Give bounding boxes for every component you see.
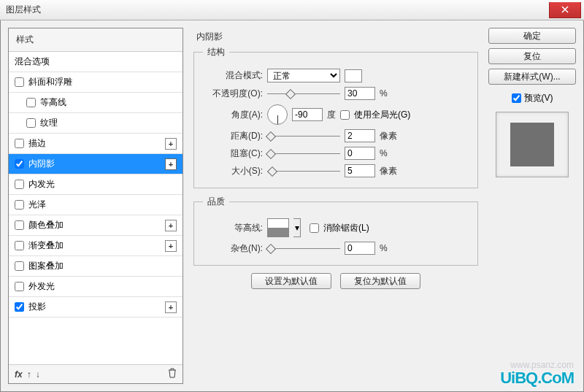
preview-swatch — [510, 123, 554, 166]
choke-slider[interactable] — [267, 148, 340, 158]
label: 渐变叠加 — [28, 239, 64, 252]
distance-input[interactable] — [345, 129, 375, 142]
unit-percent3: % — [380, 243, 388, 253]
style-outer-glow[interactable]: 外发光 — [9, 277, 182, 297]
distance-slider[interactable] — [267, 131, 340, 141]
label: 内阴影 — [28, 158, 55, 170]
window-title: 图层样式 — [6, 4, 41, 16]
styles-header[interactable]: 样式 — [9, 28, 182, 52]
preview-checkbox[interactable] — [512, 93, 521, 103]
style-inner-shadow[interactable]: 内阴影+ — [9, 154, 182, 174]
noise-slider[interactable] — [267, 243, 340, 253]
checkbox-texture[interactable] — [26, 118, 36, 128]
dialog-body: 样式 混合选项 斜面和浮雕 等高线 纹理 描边+ 内阴影+ 内发光 光泽 颜色叠… — [0, 20, 584, 392]
label: 颜色叠加 — [28, 219, 64, 231]
close-icon — [561, 6, 569, 13]
label: 投影 — [28, 301, 46, 313]
angle-dial[interactable] — [267, 104, 288, 125]
size-input[interactable] — [345, 164, 375, 177]
trash-icon[interactable] — [168, 368, 177, 380]
structure-legend: 结构 — [203, 46, 229, 58]
unit-px2: 像素 — [380, 165, 397, 177]
add-gradient-overlay-icon[interactable]: + — [165, 240, 177, 252]
label: 混合选项 — [15, 55, 50, 68]
choke-input[interactable] — [345, 147, 375, 160]
checkbox-drop-shadow[interactable] — [15, 302, 24, 312]
set-default-button[interactable]: 设置为默认值 — [251, 273, 331, 289]
style-blending-options[interactable]: 混合选项 — [9, 52, 182, 72]
add-drop-shadow-icon[interactable]: + — [165, 301, 177, 313]
checkbox-contour[interactable] — [26, 98, 36, 107]
right-panel: 确定 复位 新建样式(W)... 预览(V) — [488, 28, 576, 384]
noise-input[interactable] — [345, 242, 375, 255]
label: 内发光 — [28, 178, 55, 191]
style-bevel[interactable]: 斜面和浮雕 — [9, 72, 182, 93]
preview-label: 预览(V) — [524, 92, 553, 104]
antialias-checkbox[interactable] — [310, 223, 319, 233]
style-gradient-overlay[interactable]: 渐变叠加+ — [9, 236, 182, 256]
checkbox-pattern-overlay[interactable] — [15, 261, 24, 271]
opacity-label: 不透明度(O): — [203, 88, 263, 100]
row-noise: 杂色(N): % — [203, 242, 469, 255]
styles-panel: 样式 混合选项 斜面和浮雕 等高线 纹理 描边+ 内阴影+ 内发光 光泽 颜色叠… — [8, 28, 183, 384]
checkbox-inner-glow[interactable] — [15, 180, 24, 189]
new-style-button[interactable]: 新建样式(W)... — [488, 69, 576, 85]
styles-footer: fx ↑ ↓ — [9, 364, 182, 383]
angle-label: 角度(A): — [203, 109, 263, 121]
add-inner-shadow-icon[interactable]: + — [165, 158, 177, 170]
label: 描边 — [28, 137, 46, 150]
preview-toggle[interactable]: 预览(V) — [488, 92, 576, 104]
opacity-slider[interactable] — [267, 88, 340, 99]
global-light-checkbox[interactable] — [340, 110, 350, 120]
size-slider[interactable] — [267, 166, 340, 176]
watermark-large: UiBQ.CoM — [500, 369, 574, 388]
row-size: 大小(S): 像素 — [203, 164, 469, 177]
preview-box — [496, 112, 569, 177]
contour-picker[interactable] — [267, 218, 289, 237]
fx-icon[interactable]: fx — [15, 369, 23, 380]
distance-label: 距离(D): — [203, 130, 263, 142]
choke-label: 阻塞(C): — [203, 147, 263, 160]
angle-input[interactable] — [292, 108, 323, 121]
opacity-input[interactable] — [345, 87, 375, 100]
checkbox-satin[interactable] — [15, 200, 24, 210]
arrow-down-icon[interactable]: ↓ — [36, 369, 40, 380]
style-contour[interactable]: 等高线 — [9, 93, 182, 113]
label: 外发光 — [28, 280, 55, 293]
checkbox-stroke[interactable] — [15, 139, 24, 148]
close-button[interactable] — [549, 2, 581, 18]
contour-dropdown-icon[interactable]: ▾ — [293, 218, 301, 237]
label: 图案叠加 — [28, 260, 64, 272]
label: 光泽 — [28, 199, 46, 211]
blend-mode-select[interactable]: 正常 — [267, 69, 340, 82]
checkbox-bevel[interactable] — [15, 77, 24, 87]
size-label: 大小(S): — [203, 165, 263, 177]
panel-title: 内阴影 — [196, 31, 478, 43]
checkbox-outer-glow[interactable] — [15, 282, 24, 291]
style-pattern-overlay[interactable]: 图案叠加 — [9, 256, 182, 277]
ok-button[interactable]: 确定 — [488, 28, 576, 44]
color-swatch[interactable] — [345, 69, 362, 82]
style-stroke[interactable]: 描边+ — [9, 134, 182, 154]
reset-default-button[interactable]: 复位为默认值 — [340, 273, 420, 289]
checkbox-gradient-overlay[interactable] — [15, 241, 24, 250]
style-texture[interactable]: 纹理 — [9, 113, 182, 134]
unit-percent: % — [380, 88, 388, 99]
checkbox-inner-shadow[interactable] — [15, 159, 24, 169]
unit-percent2: % — [380, 148, 388, 158]
global-light-label: 使用全局光(G) — [354, 109, 410, 121]
cancel-button[interactable]: 复位 — [488, 48, 576, 64]
antialias-label: 消除锯齿(L) — [323, 222, 369, 234]
style-drop-shadow[interactable]: 投影+ — [9, 297, 182, 318]
add-stroke-icon[interactable]: + — [165, 138, 177, 150]
checkbox-color-overlay[interactable] — [15, 220, 24, 230]
row-angle: 角度(A): 度 使用全局光(G) — [203, 104, 469, 125]
style-satin[interactable]: 光泽 — [9, 195, 182, 215]
style-color-overlay[interactable]: 颜色叠加+ — [9, 215, 182, 236]
arrow-up-icon[interactable]: ↑ — [27, 369, 31, 380]
style-inner-glow[interactable]: 内发光 — [9, 174, 182, 195]
row-quality-contour: 等高线: ▾ 消除锯齿(L) — [203, 218, 469, 237]
add-color-overlay-icon[interactable]: + — [165, 220, 177, 231]
row-distance: 距离(D): 像素 — [203, 129, 469, 142]
default-buttons: 设置为默认值 复位为默认值 — [193, 273, 478, 289]
